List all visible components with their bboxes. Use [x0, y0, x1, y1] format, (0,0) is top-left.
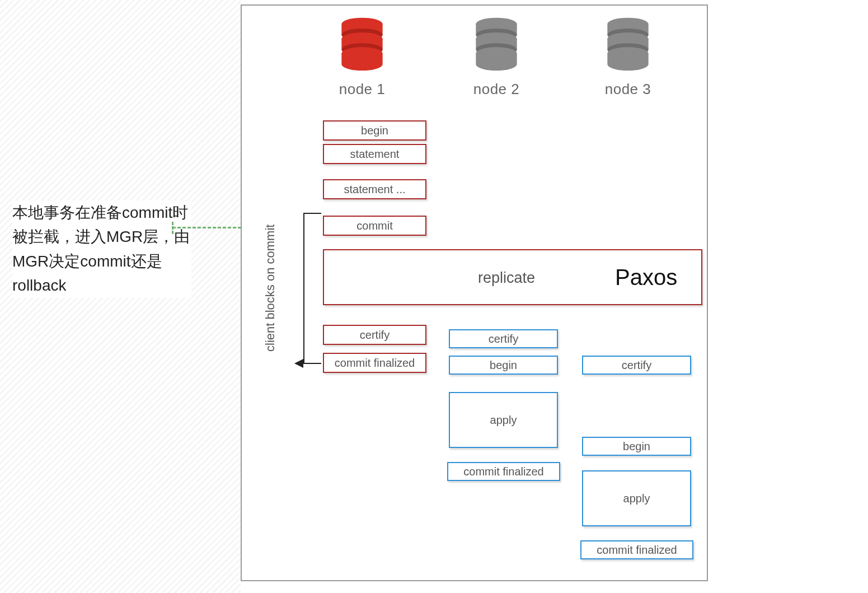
bracket-arrow [294, 359, 303, 368]
node3-begin: begin [582, 437, 691, 456]
node1-header: node 1 [317, 17, 407, 98]
database-icon [471, 17, 522, 71]
node2-commit-finalized: commit finalized [447, 462, 560, 481]
svg-point-26 [607, 58, 648, 71]
node3-commit-finalized: commit finalized [580, 540, 693, 559]
node2-header: node 2 [452, 17, 541, 98]
paxos-label: Paxos [615, 265, 677, 290]
node3-certify: certify [582, 356, 691, 375]
svg-point-8 [341, 58, 382, 71]
node1-statement2: statement ... [323, 179, 426, 199]
node1-begin: begin [323, 120, 426, 141]
node2-label: node 2 [452, 81, 541, 98]
node1-label: node 1 [317, 81, 407, 98]
node3-header: node 3 [583, 17, 673, 98]
node2-begin: begin [449, 356, 558, 375]
node1-statement: statement [323, 144, 426, 164]
database-icon [603, 17, 653, 71]
node1-commit: commit [323, 216, 426, 236]
svg-point-17 [476, 58, 517, 71]
node1-commit-finalized: commit finalized [323, 353, 426, 373]
bracket-line [303, 213, 304, 364]
replicate-box: replicate Paxos [323, 249, 702, 305]
database-icon [337, 17, 387, 71]
diagram-frame: node 1 node 2 node 3 cl [241, 4, 708, 581]
annotation-text: 本地事务在准备commit时被拦截，进入MGR层，由MGR决定commit还是r… [12, 200, 191, 298]
node2-certify: certify [449, 329, 558, 348]
replicate-label: replicate [478, 269, 535, 287]
client-blocks-label: client blocks on commit [263, 223, 278, 352]
node3-label: node 3 [583, 81, 673, 98]
node1-certify: certify [323, 325, 426, 345]
node3-apply: apply [582, 470, 691, 526]
node2-apply: apply [449, 392, 558, 448]
